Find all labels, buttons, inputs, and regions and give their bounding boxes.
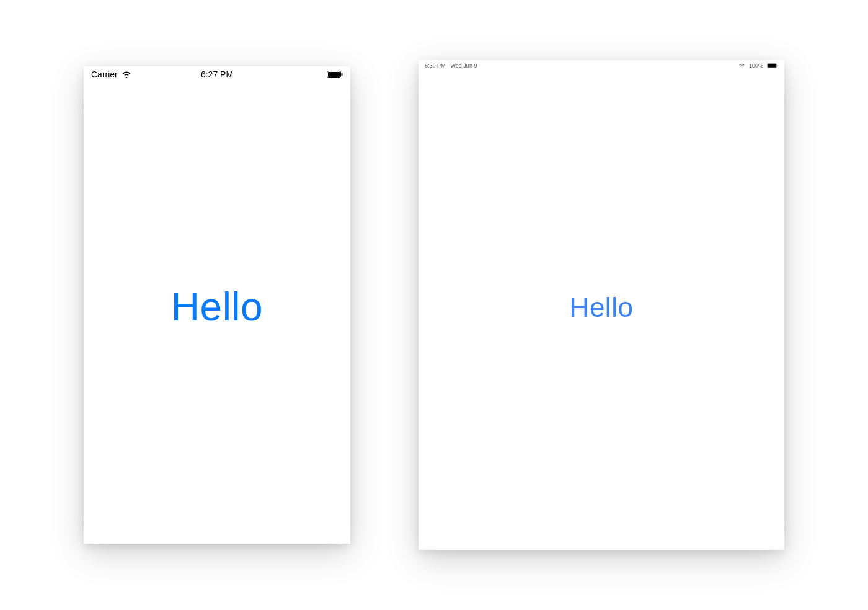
battery-percent: 100%: [749, 63, 763, 69]
battery-icon: [767, 63, 778, 68]
carrier-label: Carrier: [91, 69, 118, 79]
svg-rect-1: [328, 72, 340, 77]
status-bar: Carrier 6:27 PM: [84, 66, 350, 82]
iphone-simulator: Carrier 6:27 PM Hello: [84, 66, 350, 544]
wifi-icon: [738, 63, 745, 68]
wifi-icon: [122, 71, 131, 78]
status-right: [327, 71, 343, 78]
status-time: 6:27 PM: [201, 69, 233, 79]
hello-label: Hello: [171, 284, 263, 330]
ipad-simulator: 6:30 PM Wed Jun 9 100% Hello: [418, 60, 784, 550]
content-area: Hello: [84, 82, 350, 544]
status-left: Carrier: [91, 69, 131, 79]
status-time: 6:30 PM: [425, 63, 446, 69]
svg-rect-4: [768, 64, 776, 67]
status-date: Wed Jun 9: [451, 63, 477, 69]
hello-label: Hello: [570, 292, 634, 323]
content-area: Hello: [418, 71, 784, 550]
svg-rect-5: [777, 64, 777, 66]
status-right: 100%: [738, 63, 778, 69]
status-left: 6:30 PM Wed Jun 9: [425, 63, 477, 69]
status-bar: 6:30 PM Wed Jun 9 100%: [418, 60, 784, 71]
svg-rect-2: [342, 73, 343, 76]
battery-icon: [327, 71, 343, 78]
